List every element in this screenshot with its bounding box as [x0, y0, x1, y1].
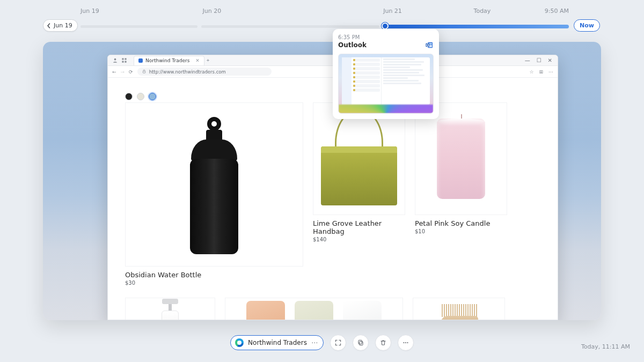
nav-back-icon[interactable]: ←	[112, 69, 116, 75]
tab-close-icon[interactable]: ✕	[195, 58, 200, 63]
product-card-partial-3[interactable]	[413, 298, 505, 320]
product-card-handbag[interactable]: Lime Grove Leather Handbag $140	[313, 102, 405, 286]
timeline-back-button[interactable]: Jun 19	[43, 19, 78, 32]
svg-rect-8	[122, 61, 123, 62]
product-image	[125, 298, 215, 320]
svg-rect-7	[125, 58, 126, 60]
more-actions-button[interactable]	[398, 335, 414, 351]
product-title: Obsidian Water Bottle	[125, 271, 303, 279]
workspaces-icon[interactable]	[121, 57, 127, 63]
product-price: $140	[313, 237, 405, 242]
window-minimize-icon[interactable]: —	[525, 57, 530, 63]
preview-timestamp: 6:35 PM	[338, 34, 434, 40]
timeline-preview-card[interactable]: 6:35 PM Outlook	[333, 29, 439, 119]
swatch-color-2[interactable]	[137, 93, 144, 100]
delete-button[interactable]	[375, 335, 391, 351]
tab-favicon	[138, 58, 143, 63]
browser-menu-icon[interactable]: ⋯	[548, 69, 553, 75]
new-tab-button[interactable]: ＋	[204, 57, 212, 64]
product-image-candle	[415, 102, 507, 215]
product-image-handbag	[313, 102, 405, 215]
svg-point-13	[403, 342, 404, 343]
product-title: Petal Pink Soy Candle	[415, 219, 507, 227]
snapshot-timestamp: Today, 11:11 AM	[581, 343, 630, 350]
source-app-label: Northwind Traders	[248, 339, 307, 346]
svg-rect-11	[360, 342, 363, 345]
timeline-now-button[interactable]: Now	[574, 19, 600, 32]
timeline-label-d2: Jun 20	[203, 8, 222, 14]
chip-menu-icon[interactable]: ⋯	[311, 339, 318, 346]
product-image-bottle	[125, 102, 303, 267]
timeline-segment	[80, 25, 197, 28]
timeline-now-label: Now	[580, 22, 594, 29]
product-card-bottle[interactable]: Obsidian Water Bottle $30	[125, 102, 303, 286]
collections-icon[interactable]: ⊞	[539, 69, 543, 75]
screenshot-crop-button[interactable]	[330, 335, 346, 351]
window-close-icon[interactable]: ✕	[548, 57, 552, 63]
timeline-segment	[201, 25, 379, 28]
svg-rect-9	[125, 61, 126, 62]
window-maximize-icon[interactable]: ☐	[537, 57, 541, 63]
product-card-partial-1[interactable]	[125, 298, 215, 320]
product-image	[413, 298, 505, 320]
lock-icon	[142, 69, 147, 74]
timeline-label-today: Today	[474, 8, 491, 14]
url-text: http://www.northwindtraders.com	[149, 69, 226, 75]
svg-point-15	[407, 342, 408, 343]
product-card-partial-2[interactable]	[225, 298, 403, 320]
product-price: $10	[415, 228, 507, 234]
preview-thumbnail	[338, 54, 434, 114]
copy-button[interactable]	[353, 335, 369, 351]
url-field[interactable]: http://www.northwindtraders.com	[137, 68, 272, 76]
timeline-back-label: Jun 19	[54, 22, 72, 29]
product-price: $30	[125, 280, 303, 286]
timeline: Jun 19 Jun 19 Jun 20 Jun 21 Today 9:50 A…	[0, 8, 644, 35]
profile-icon[interactable]	[112, 57, 118, 63]
timeline-active-range	[385, 25, 569, 28]
product-title: Lime Grove Leather Handbag	[313, 219, 405, 235]
swatch-color-1[interactable]	[125, 93, 133, 100]
timeline-label-time: 9:50 AM	[545, 8, 569, 14]
timeline-track[interactable]	[80, 23, 569, 31]
swatch-color-3[interactable]	[149, 93, 156, 100]
refresh-icon[interactable]: ⟳	[129, 69, 133, 75]
timeline-label-d1: Jun 19	[80, 8, 99, 14]
svg-point-14	[405, 342, 406, 343]
timeline-date-labels: Jun 19 Jun 20 Jun 21 Today 9:50 AM	[80, 8, 569, 15]
chevron-left-icon	[46, 23, 52, 28]
product-card-candle[interactable]: Petal Pink Soy Candle $10	[415, 102, 507, 286]
preview-app-name: Outlook	[338, 41, 367, 49]
svg-rect-12	[358, 340, 362, 344]
svg-point-5	[114, 58, 116, 61]
source-app-chip[interactable]: Northwind Traders ⋯	[230, 335, 324, 350]
timeline-label-d3: Jun 21	[383, 8, 402, 14]
recall-snapshot-stage: Northwind Traders ✕ ＋ — ☐ ✕ ← → ⟳ http:/…	[43, 42, 601, 320]
browser-tab[interactable]: Northwind Traders ✕	[134, 56, 204, 65]
nav-forward-icon[interactable]: →	[121, 69, 125, 75]
svg-rect-10	[143, 71, 145, 73]
action-bar: Northwind Traders ⋯	[0, 333, 644, 352]
product-image	[225, 298, 403, 320]
favorites-icon[interactable]: ☆	[529, 69, 533, 75]
edge-icon	[235, 338, 244, 347]
tab-title: Northwind Traders	[145, 58, 189, 63]
svg-rect-6	[122, 58, 123, 60]
outlook-icon	[425, 41, 434, 49]
